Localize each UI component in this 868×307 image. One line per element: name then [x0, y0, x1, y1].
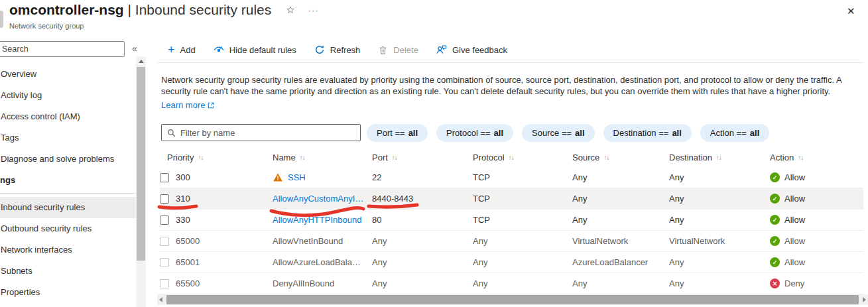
description-text: Network security group security rules ar…: [161, 75, 841, 96]
rule-name-link[interactable]: AllowAnyCustomAnyI…: [273, 194, 363, 204]
delete-label: Delete: [393, 45, 418, 55]
table-row[interactable]: 310 AllowAnyCustomAnyI… 8440-8443 TCP An…: [160, 188, 863, 210]
collapse-sidebar-button[interactable]: «: [132, 43, 137, 54]
resource-icon-partial: [0, 11, 3, 28]
column-header-priority[interactable]: Priority↑↓: [167, 153, 273, 162]
search-input[interactable]: [0, 41, 125, 57]
row-checkbox[interactable]: [160, 279, 169, 288]
add-icon: +: [168, 44, 175, 55]
row-checkbox[interactable]: [160, 258, 169, 267]
rule-name-link[interactable]: SSH: [288, 172, 306, 182]
add-label: Add: [180, 45, 196, 55]
horizontal-scrollbar-thumb[interactable]: [166, 295, 859, 304]
sidebar-item-diagnose[interactable]: Diagnose and solve problems: [0, 149, 136, 170]
table-row[interactable]: 65000 AllowVnetInBound Any Any VirtualNe…: [160, 231, 863, 252]
give-feedback-button[interactable]: Give feedback: [436, 44, 507, 55]
row-checkbox[interactable]: [160, 194, 169, 204]
sidebar-section-settings-partial: ngs: [0, 170, 136, 191]
port-cell: Any: [372, 236, 473, 246]
sidebar-item-properties[interactable]: Properties: [0, 282, 136, 303]
row-checkbox[interactable]: [160, 173, 169, 182]
action-status-icon: ✓: [770, 215, 780, 225]
divider: [0, 193, 136, 194]
filter-pill-protocol[interactable]: Protocol ==all: [436, 124, 513, 142]
column-header-name[interactable]: Name↑↓: [273, 153, 372, 162]
table-row[interactable]: 330 AllowAnyHTTPInbound 80 TCP Any Any ✓…: [160, 210, 863, 231]
filter-pills: Port ==all Protocol ==all Source ==all D…: [367, 124, 769, 142]
column-header-destination[interactable]: Destination↑↓: [669, 153, 770, 162]
table-row[interactable]: 65500 DenyAllInBound Any Any Any Any ✕ D…: [160, 273, 863, 294]
source-cell: Any: [572, 194, 669, 204]
filter-by-name-input[interactable]: [180, 128, 355, 138]
column-header-action[interactable]: Action↑↓: [770, 153, 863, 162]
rule-name-link[interactable]: AllowAnyHTTPInbound: [273, 215, 361, 225]
priority-cell: 330: [176, 215, 273, 225]
sort-icon: ↑↓: [603, 154, 609, 161]
command-bar: + Add Hide default rules Refresh Delete: [168, 40, 507, 59]
search-icon: [167, 129, 176, 137]
close-icon[interactable]: ✕: [847, 5, 855, 17]
action-status-icon: ✓: [770, 257, 780, 267]
destination-cell: VirtualNetwork: [669, 236, 770, 246]
sidebar-item-activity-log[interactable]: Activity log: [0, 85, 136, 106]
filter-pill-port[interactable]: Port ==all: [367, 124, 428, 142]
table-row[interactable]: 65001 AllowAzureLoadBalan… Any Any Azure…: [160, 252, 863, 273]
protocol-cell: TCP: [473, 172, 572, 182]
sort-icon: ↑↓: [300, 154, 305, 161]
sidebar-item-outbound-security-rules[interactable]: Outbound security rules: [0, 218, 136, 239]
filter-pill-source[interactable]: Source ==all: [522, 124, 594, 142]
column-header-source[interactable]: Source↑↓: [572, 153, 669, 162]
source-cell: VirtualNetwork: [572, 236, 669, 246]
more-options-icon[interactable]: ···: [308, 5, 319, 15]
rule-name-link: AllowVnetInBound: [273, 236, 343, 246]
row-checkbox[interactable]: [160, 237, 169, 246]
destination-cell: Any: [669, 278, 770, 288]
scroll-right-icon[interactable]: [863, 297, 866, 302]
refresh-icon: [314, 44, 325, 55]
hide-default-rules-button[interactable]: Hide default rules: [214, 44, 296, 55]
sidebar-item-access-control[interactable]: Access control (IAM): [0, 106, 136, 127]
sidebar-menu: Overview Activity log Access control (IA…: [0, 64, 136, 303]
delete-button[interactable]: Delete: [378, 45, 418, 55]
source-cell: Any: [572, 215, 669, 225]
action-cell: ✓ Allow: [770, 194, 863, 204]
protocol-cell: TCP: [473, 194, 572, 204]
hide-default-rules-label: Hide default rules: [229, 45, 296, 55]
source-cell: AzureLoadBalancer: [572, 257, 669, 267]
horizontal-scrollbar[interactable]: [157, 294, 868, 305]
table-row[interactable]: 300 SSH 22 TCP Any Any ✓ Allow: [160, 167, 863, 188]
action-label: Allow: [784, 257, 805, 267]
warning-icon: [273, 172, 283, 182]
scroll-left-icon[interactable]: [159, 297, 162, 302]
learn-more-link[interactable]: Learn more: [161, 99, 214, 111]
favorite-star-icon[interactable]: ☆: [286, 4, 294, 16]
page-title-resource: omcontroller-nsg: [9, 2, 124, 18]
priority-cell: 65000: [176, 236, 273, 246]
filter-pill-destination[interactable]: Destination ==all: [603, 124, 692, 142]
column-header-port[interactable]: Port↑↓: [372, 153, 473, 162]
row-checkbox[interactable]: [160, 215, 169, 225]
sidebar-scrollbar[interactable]: [136, 56, 146, 307]
refresh-button[interactable]: Refresh: [314, 44, 361, 55]
rule-name-link: DenyAllInBound: [273, 278, 334, 288]
divider: [157, 62, 863, 63]
destination-cell: Any: [669, 194, 770, 204]
add-button[interactable]: + Add: [168, 44, 196, 55]
sidebar-item-network-interfaces[interactable]: Network interfaces: [0, 239, 136, 261]
scroll-up-icon[interactable]: [136, 56, 146, 66]
filter-pill-action[interactable]: Action ==all: [700, 124, 769, 142]
sidebar-scrollbar-thumb[interactable]: [137, 67, 145, 261]
sidebar-item-inbound-security-rules[interactable]: Inbound security rules: [0, 197, 136, 218]
action-label: Allow: [784, 194, 805, 204]
column-header-protocol[interactable]: Protocol↑↓: [473, 153, 572, 162]
sidebar-item-subnets[interactable]: Subnets: [0, 261, 136, 282]
sidebar-item-tags[interactable]: Tags: [0, 127, 136, 149]
sidebar-item-overview[interactable]: Overview: [0, 64, 136, 85]
table-header: Priority↑↓ Name↑↓ Port↑↓ Protocol↑↓ Sour…: [160, 147, 863, 167]
action-cell: ✓ Allow: [770, 215, 863, 225]
action-cell: ✕ Deny: [770, 278, 863, 288]
trash-icon: [378, 45, 388, 55]
name-cell: DenyAllInBound: [273, 278, 372, 288]
sort-icon: ↑↓: [392, 154, 397, 161]
source-cell: Any: [572, 172, 669, 182]
